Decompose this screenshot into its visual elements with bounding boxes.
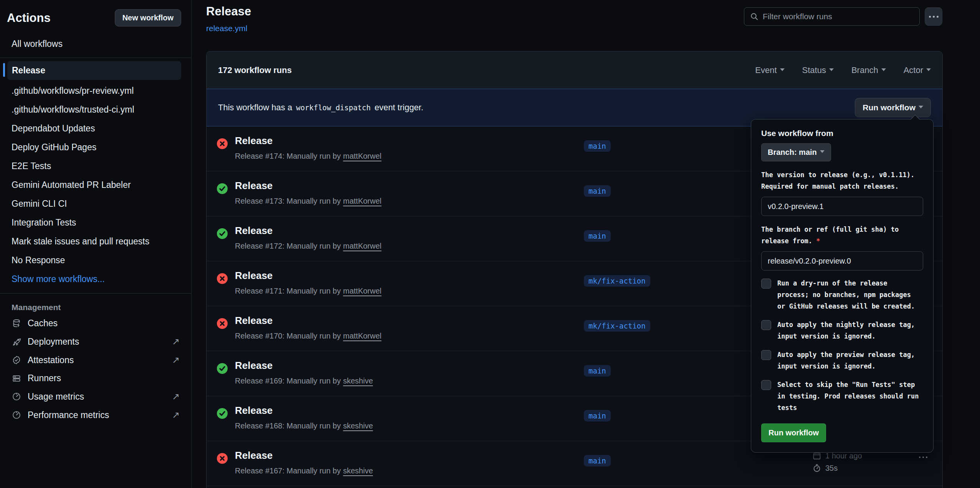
workflow-dispatch-code: workflow_dispatch [296,103,370,112]
branch-filter-dropdown[interactable]: Branch [851,65,886,75]
sidebar-item-workflow[interactable]: .github/workflows/pr-review.yml [0,81,191,100]
status-icon [217,453,228,464]
branch-select-button[interactable]: Branch: main [761,143,831,161]
external-link-icon: ↗ [172,355,180,365]
banner-text: event trigger. [375,103,423,113]
actor-link[interactable]: mattKorwel [343,152,382,160]
branch-badge[interactable]: main [584,365,611,377]
new-workflow-button[interactable]: New workflow [115,9,181,27]
sidebar-item-workflow[interactable]: Gemini CLI CI [0,194,191,213]
sidebar-divider [0,293,191,294]
kebab-icon [933,16,935,18]
run-description: Release #170: Manually run bymattKorwel [235,332,382,340]
status-icon [217,318,228,329]
database-icon [12,319,21,329]
filter-workflow-runs-input[interactable] [763,12,914,21]
event-filter-dropdown[interactable]: Event [755,65,784,75]
ref-input[interactable] [761,251,923,271]
sidebar-item-label: Caches [28,318,58,329]
run-workflow-submit-button[interactable]: Run workflow [761,423,826,442]
verified-icon [12,355,21,365]
runs-list-header: 172 workflow runs Event Status Branch Ac… [207,51,942,89]
run-title-link[interactable]: Release [235,360,273,372]
sidebar-item-workflow[interactable]: Dependabot Updates [0,119,191,138]
actor-filter-dropdown[interactable]: Actor [904,65,931,75]
run-title-link[interactable]: Release [235,405,273,417]
actor-link[interactable]: mattKorwel [343,242,382,250]
sidebar-item-runners[interactable]: Runners [0,369,191,387]
kebab-icon [919,456,921,458]
show-more-workflows-link[interactable]: Show more workflows... [0,270,191,289]
actor-link[interactable]: mattKorwel [343,197,382,205]
chevron-down-icon [926,68,931,73]
actor-link[interactable]: skeshive [343,466,373,475]
status-filter-dropdown[interactable]: Status [802,65,834,75]
kebab-icon [922,456,924,458]
skip-tests-checkbox[interactable] [761,380,771,390]
workflow-file-link[interactable]: release.yml [206,24,247,33]
actor-link[interactable]: mattKorwel [343,287,382,295]
run-options-kebab-button[interactable] [919,456,927,458]
branch-badge[interactable]: main [584,410,611,422]
run-title-link[interactable]: Release [235,450,273,461]
sidebar-item-deployments[interactable]: Deployments ↗ [0,332,191,351]
filter-workflow-runs-input-wrap [744,7,920,26]
branch-badge[interactable]: main [584,140,611,152]
workflow-options-kebab-button[interactable] [925,7,942,26]
run-description: Release #172: Manually run bymattKorwel [235,242,382,251]
run-title-link[interactable]: Release [235,315,273,327]
search-icon [750,12,759,21]
sidebar-item-workflow[interactable]: Deploy GitHub Pages [0,138,191,157]
dry-run-checkbox[interactable] [761,279,771,289]
branch-badge[interactable]: mk/fix-action [584,275,650,287]
sidebar-item-workflow[interactable]: Integration Tests [0,213,191,232]
run-title-link[interactable]: Release [235,270,273,282]
run-title-link[interactable]: Release [235,135,273,147]
run-workflow-dialog: Use workflow from Branch: main The versi… [751,119,934,453]
run-title-link[interactable]: Release [235,225,273,237]
kebab-icon [929,16,931,18]
status-icon [217,228,228,239]
dry-run-checkbox-label: Run a dry-run of the release process; no… [777,277,921,312]
sidebar-item-workflow[interactable]: E2E Tests [0,157,191,176]
sidebar-item-performance-metrics[interactable]: Performance metrics ↗ [0,406,191,424]
sidebar-title: Actions [7,11,51,25]
status-icon [217,138,228,149]
sidebar-item-label: Performance metrics [28,410,109,420]
sidebar-item-workflow[interactable]: No Response [0,251,191,270]
branch-badge[interactable]: main [584,185,611,197]
nightly-tag-checkbox[interactable] [761,320,771,330]
status-icon [217,408,228,419]
page-title: Release [206,5,251,18]
chevron-down-icon [919,106,923,111]
sidebar-item-all-workflows[interactable]: All workflows [0,35,191,53]
stopwatch-icon [812,463,821,473]
skip-tests-checkbox-label: Select to skip the "Run Tests" step in t… [777,379,921,413]
sidebar-item-workflow[interactable]: Gemini Automated PR Labeler [0,176,191,194]
preview-tag-checkbox-label: Auto apply the preview release tag, inpu… [777,349,921,372]
chevron-down-icon [820,150,825,155]
actor-link[interactable]: mattKorwel [343,332,382,340]
sidebar-item-release-selected[interactable]: Release [7,61,181,80]
management-section-label: Management [0,297,191,314]
run-description: Release #169: Manually run byskeshive [235,377,373,385]
external-link-icon: ↗ [172,410,180,420]
branch-badge[interactable]: mk/fix-action [584,320,650,332]
branch-badge[interactable]: main [584,230,611,242]
sidebar-item-workflow[interactable]: .github/workflows/trusted-ci.yml [0,100,191,119]
branch-badge[interactable]: main [584,455,611,466]
chevron-down-icon [780,68,785,73]
actor-link[interactable]: skeshive [343,422,373,430]
run-title-link[interactable]: Release [235,180,273,192]
actor-link[interactable]: skeshive [343,377,373,385]
version-input[interactable] [761,197,923,216]
preview-tag-checkbox[interactable] [761,350,771,360]
rocket-icon [12,337,21,347]
sidebar-item-usage-metrics[interactable]: Usage metrics ↗ [0,387,191,406]
sidebar-item-attestations[interactable]: Attestations ↗ [0,351,191,369]
sidebar-item-caches[interactable]: Caches [0,314,191,332]
status-icon [217,363,228,374]
gauge-icon [12,410,21,420]
sidebar-item-workflow[interactable]: Mark stale issues and pull requests [0,232,191,251]
server-icon [12,373,21,383]
